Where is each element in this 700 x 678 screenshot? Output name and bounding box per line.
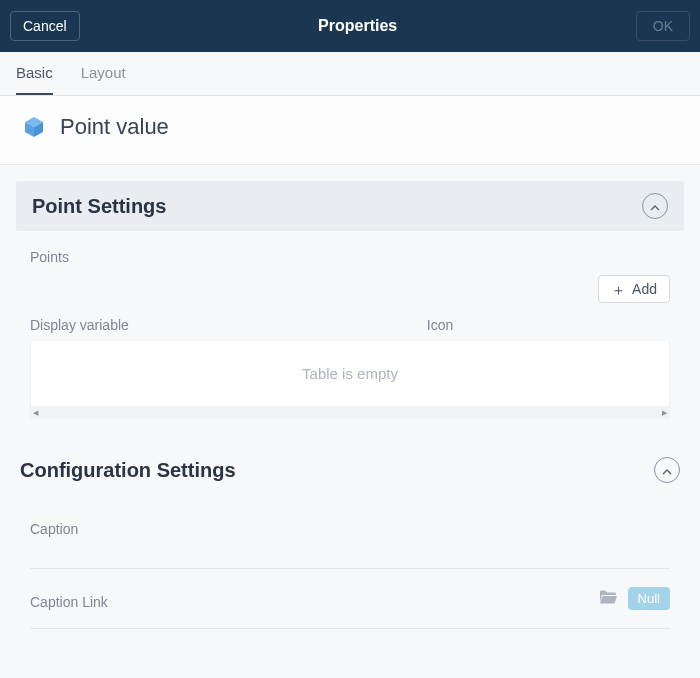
content: Point Settings Points ＋ Add Display vari… bbox=[0, 165, 700, 629]
section-header-point-settings: Point Settings bbox=[16, 181, 684, 231]
collapse-button-config-settings[interactable] bbox=[654, 457, 680, 483]
caption-label: Caption bbox=[30, 521, 670, 537]
collapse-button-point-settings[interactable] bbox=[642, 193, 668, 219]
scroll-left-icon: ◀ bbox=[33, 409, 38, 417]
cube-icon bbox=[22, 115, 46, 139]
plus-icon: ＋ bbox=[611, 282, 626, 297]
scroll-right-icon: ▶ bbox=[662, 409, 667, 417]
dialog-header: Cancel Properties OK bbox=[0, 0, 700, 52]
section-title-config-settings: Configuration Settings bbox=[20, 459, 236, 482]
chevron-up-icon bbox=[650, 199, 660, 214]
caption-link-actions: Null bbox=[598, 587, 670, 610]
caption-link-field[interactable]: Caption Link Null bbox=[30, 569, 670, 629]
table-body: Table is empty bbox=[30, 341, 670, 407]
chevron-up-icon bbox=[662, 463, 672, 478]
column-icon: Icon bbox=[427, 317, 670, 333]
folder-open-icon[interactable] bbox=[598, 589, 618, 609]
null-badge[interactable]: Null bbox=[628, 587, 670, 610]
section-title-point-settings: Point Settings bbox=[32, 195, 166, 218]
table-empty-text: Table is empty bbox=[302, 365, 398, 382]
section-header-config-settings: Configuration Settings bbox=[16, 445, 684, 495]
title-row: Point value bbox=[0, 96, 700, 165]
column-display-variable: Display variable bbox=[30, 317, 427, 333]
page-title: Point value bbox=[60, 114, 169, 140]
add-row: ＋ Add bbox=[16, 275, 684, 313]
tab-basic[interactable]: Basic bbox=[16, 64, 53, 95]
ok-button[interactable]: OK bbox=[636, 11, 690, 41]
table-header: Display variable Icon bbox=[16, 313, 684, 341]
add-button-label: Add bbox=[632, 281, 657, 297]
horizontal-scrollbar[interactable]: ◀ ▶ bbox=[30, 407, 670, 419]
caption-field[interactable]: Caption bbox=[30, 509, 670, 569]
config-body: Caption Caption Link Null bbox=[16, 509, 684, 629]
tabs: Basic Layout bbox=[0, 52, 700, 96]
cancel-button[interactable]: Cancel bbox=[10, 11, 80, 41]
tab-layout[interactable]: Layout bbox=[81, 64, 126, 95]
points-label: Points bbox=[16, 245, 684, 275]
dialog-title: Properties bbox=[318, 17, 397, 35]
add-button[interactable]: ＋ Add bbox=[598, 275, 670, 303]
caption-link-label: Caption Link bbox=[30, 594, 108, 610]
